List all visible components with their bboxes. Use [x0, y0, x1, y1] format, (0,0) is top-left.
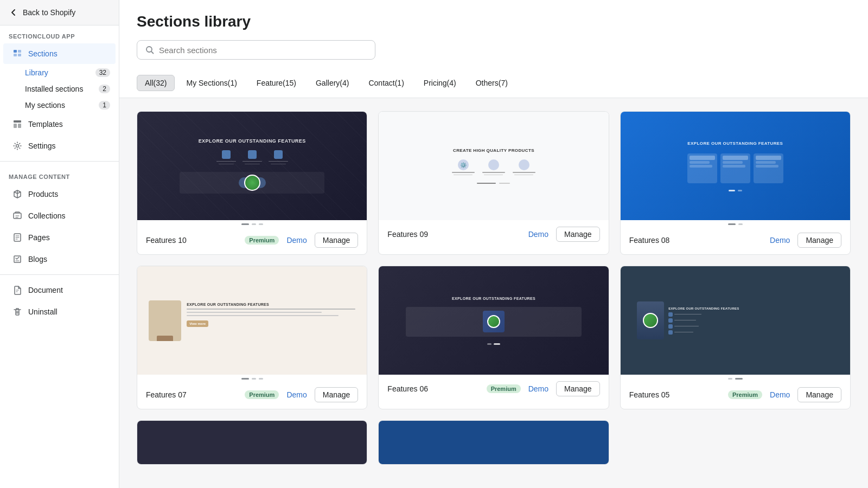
search-icon: [145, 45, 155, 55]
pagination-features05: [621, 375, 850, 381]
manage-button-features07[interactable]: Manage: [315, 387, 359, 402]
blogs-icon: [12, 254, 23, 265]
filter-tab-others[interactable]: Others(7): [468, 75, 516, 91]
app-label: SECTIONCLOUD APP: [0, 25, 119, 43]
card-image-features04: [137, 421, 367, 464]
manage-button-features06[interactable]: Manage: [556, 381, 600, 396]
filter-tabs: All(32) My Sections(1) Feature(15) Galle…: [119, 68, 868, 98]
sections-label: Sections: [28, 49, 58, 58]
uninstall-icon: [12, 306, 23, 317]
sidebar-subitem-library[interactable]: Library 32: [0, 65, 119, 81]
main-header: Sections library: [119, 0, 868, 68]
card-footer-features05: Features 05 Premium Demo Manage: [621, 381, 850, 409]
manage-button-features05[interactable]: Manage: [797, 387, 841, 402]
sidebar-subitem-my-sections[interactable]: My sections 1: [0, 97, 119, 113]
sidebar-item-uninstall[interactable]: Uninstall: [3, 301, 116, 322]
card-name-features07: Features 07: [146, 390, 240, 399]
sections-grid-row2: [137, 420, 851, 465]
card-image-features10: EXPLORE OUR OUTSTANDING FEATURES: [137, 112, 367, 220]
library-badge: 32: [95, 68, 110, 77]
products-icon: [12, 189, 23, 200]
search-bar[interactable]: [137, 40, 375, 60]
sidebar: Back to Shopify SECTIONCLOUD APP Section…: [0, 0, 119, 488]
demo-button-features05[interactable]: Demo: [767, 388, 793, 401]
svg-rect-4: [14, 120, 21, 123]
settings-label: Settings: [28, 142, 56, 150]
demo-button-features07[interactable]: Demo: [283, 388, 310, 401]
card-footer-features10: Features 10 Premium Demo Manage: [137, 226, 367, 254]
card-footer-features08: Features 08 Demo Manage: [621, 226, 850, 254]
page-title: Sections library: [137, 13, 851, 30]
card-name-features09: Features 09: [387, 230, 520, 239]
filter-tab-my-sections[interactable]: My Sections(1): [178, 75, 245, 91]
premium-badge-features10: Premium: [245, 236, 279, 245]
sidebar-item-document[interactable]: Document: [3, 280, 116, 300]
card-image-features07: EXPLORE OUR OUTSTANDING FEATURES View mo…: [137, 266, 367, 375]
card-features08: EXPLORE OUR OUTSTANDING FEATURES: [620, 111, 851, 255]
card-features04: [137, 420, 367, 465]
sidebar-item-settings[interactable]: Settings: [3, 136, 116, 156]
sections-icon: [12, 48, 23, 59]
sidebar-item-products[interactable]: Products: [3, 184, 116, 204]
card-features05: EXPLORE OUR OUTSTANDING FEATURES: [620, 266, 851, 409]
divider-1: [0, 161, 119, 162]
sidebar-item-blogs[interactable]: Blogs: [3, 249, 116, 269]
sidebar-subitem-installed[interactable]: Installed sections 2: [0, 81, 119, 97]
card-features07: EXPLORE OUR OUTSTANDING FEATURES View mo…: [137, 266, 367, 409]
card-footer-features07: Features 07 Premium Demo Manage: [137, 381, 367, 409]
filter-tab-pricing[interactable]: Pricing(4): [416, 75, 464, 91]
premium-badge-features05: Premium: [728, 390, 762, 399]
demo-button-features10[interactable]: Demo: [283, 234, 310, 247]
content-area: EXPLORE OUR OUTSTANDING FEATURES: [119, 98, 868, 488]
svg-rect-2: [14, 54, 17, 56]
document-label: Document: [28, 286, 63, 294]
card-image-features05: EXPLORE OUR OUTSTANDING FEATURES: [621, 266, 850, 375]
pages-icon: [12, 232, 23, 243]
card-placeholder: [620, 420, 851, 465]
card-features09: CREATE HIGH QUALITY PRODUCTS ⚙️: [378, 111, 609, 255]
manage-button-features10[interactable]: Manage: [315, 233, 359, 248]
card-footer-features06: Features 06 Premium Demo Manage: [379, 375, 608, 403]
collections-label: Collections: [28, 211, 65, 220]
templates-icon: [12, 119, 23, 130]
svg-rect-3: [18, 54, 21, 56]
document-icon: [12, 285, 23, 296]
card-footer-features09: Features 09 Demo Manage: [379, 220, 608, 248]
pagination-features10: [137, 220, 367, 226]
sidebar-item-templates[interactable]: Templates: [3, 114, 116, 134]
collections-icon: [12, 210, 23, 221]
demo-button-features06[interactable]: Demo: [525, 382, 552, 395]
installed-label: Installed sections: [25, 85, 83, 93]
pagination-features08: [621, 220, 850, 226]
premium-badge-features07: Premium: [245, 390, 279, 399]
manage-button-features09[interactable]: Manage: [556, 227, 600, 242]
sidebar-item-pages[interactable]: Pages: [3, 227, 116, 248]
card-features03a: [378, 420, 609, 465]
products-label: Products: [28, 190, 58, 198]
filter-tab-feature[interactable]: Feature(15): [248, 75, 304, 91]
pages-label: Pages: [28, 233, 50, 242]
manage-content-label: MANAGE CONTENT: [0, 166, 119, 183]
sidebar-item-collections[interactable]: Collections: [3, 206, 116, 226]
card-image-features09: CREATE HIGH QUALITY PRODUCTS ⚙️: [379, 112, 608, 220]
svg-rect-6: [18, 124, 21, 128]
installed-badge: 2: [99, 85, 110, 93]
svg-rect-5: [14, 124, 17, 128]
settings-icon: [12, 140, 23, 151]
blogs-label: Blogs: [28, 255, 47, 264]
library-label: Library: [25, 68, 48, 77]
back-to-shopify[interactable]: Back to Shopify: [0, 0, 119, 25]
manage-button-features08[interactable]: Manage: [797, 233, 841, 248]
back-arrow-icon: [9, 8, 18, 17]
card-image-features06: EXPLORE OUR OUTSTANDING FEATURES: [379, 266, 608, 375]
sidebar-item-sections[interactable]: Sections: [3, 43, 116, 64]
filter-tab-contact[interactable]: Contact(1): [360, 75, 412, 91]
filter-tab-all[interactable]: All(32): [137, 75, 175, 91]
demo-button-features09[interactable]: Demo: [525, 228, 552, 241]
card-image-features03a: [379, 421, 608, 464]
demo-button-features08[interactable]: Demo: [767, 234, 793, 247]
filter-tab-gallery[interactable]: Gallery(4): [308, 75, 357, 91]
search-input[interactable]: [159, 46, 367, 55]
card-features06: EXPLORE OUR OUTSTANDING FEATURES: [378, 266, 609, 409]
back-label: Back to Shopify: [23, 8, 75, 17]
